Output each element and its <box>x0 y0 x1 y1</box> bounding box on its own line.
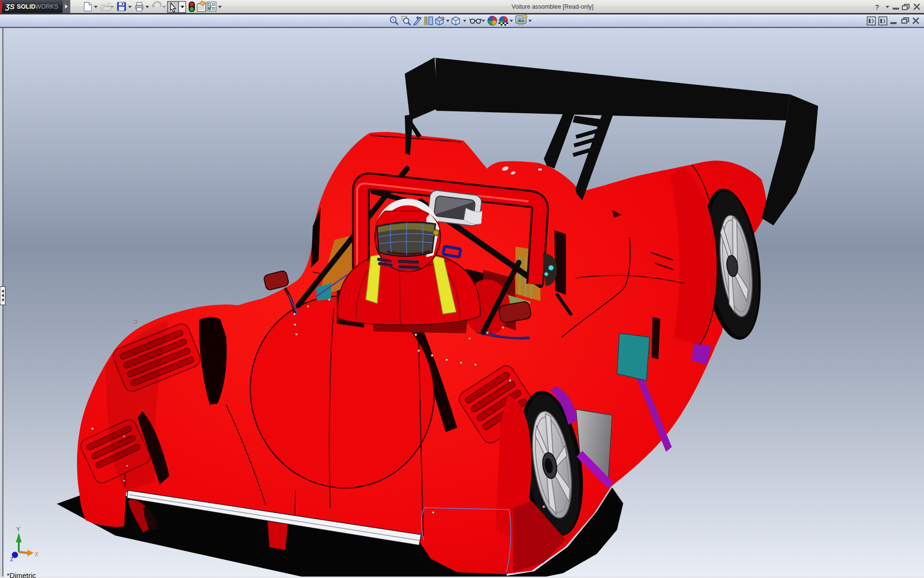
svg-text:?: ? <box>875 3 879 11</box>
svg-text:*Dimetric: *Dimetric <box>7 571 36 578</box>
svg-text:SOLIDWORKS: SOLIDWORKS <box>17 3 58 10</box>
svg-text:Y: Y <box>16 526 20 533</box>
svg-text:ƷS: ƷS <box>5 2 14 11</box>
svg-text:Z: Z <box>10 556 13 562</box>
svg-text:Voiture assomblee [Read-only]: Voiture assomblee [Read-only] <box>512 3 593 10</box>
svg-text:X: X <box>35 551 38 558</box>
